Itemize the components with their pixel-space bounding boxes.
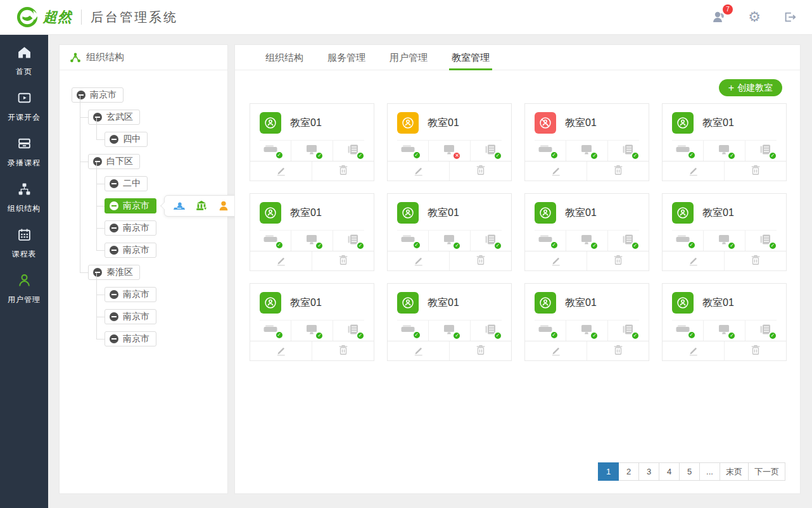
collapse-icon[interactable] (110, 179, 118, 188)
status-badge: ✓ (590, 241, 599, 250)
device-status-row: ✓ ✓ (663, 141, 786, 161)
card-footer (525, 161, 649, 181)
page-button[interactable]: 2 (618, 462, 639, 481)
user-icon (17, 273, 32, 290)
classroom-title: 教室01 (290, 117, 322, 130)
tab-service-management[interactable]: 服务管理 (315, 45, 377, 70)
sidebar-item-recorded-courses[interactable]: 录播课程 (0, 136, 48, 168)
edit-button[interactable] (525, 341, 587, 360)
status-badge: ✓ (590, 331, 599, 340)
card-footer (250, 161, 374, 181)
collapse-icon[interactable] (110, 334, 118, 343)
collapse-icon[interactable] (110, 246, 118, 255)
tree-node[interactable]: 南京市 (105, 331, 156, 346)
person-icon[interactable] (217, 200, 230, 212)
sidebar-item-classes-meetings[interactable]: 开课开会 (0, 91, 48, 123)
delete-button[interactable] (449, 162, 511, 181)
classroom-card: 教室01 ✓ (387, 103, 512, 181)
delete-button[interactable] (312, 162, 374, 181)
tab-classroom-management[interactable]: 教室管理 (440, 45, 502, 70)
page-ellipsis[interactable]: ... (699, 462, 720, 481)
notifications-user-icon[interactable]: 7 (711, 9, 727, 25)
recorder-status: ✓ (250, 141, 291, 161)
edit-button[interactable] (250, 341, 312, 360)
delete-button[interactable] (312, 251, 374, 270)
collapse-icon[interactable] (110, 135, 118, 144)
laptop-user-icon[interactable] (173, 200, 186, 212)
sidebar-item-timetable[interactable]: 课程表 (0, 227, 48, 260)
logout-icon[interactable] (782, 9, 798, 25)
card-footer (663, 161, 786, 181)
classroom-icon (397, 112, 419, 134)
delete-button[interactable] (587, 341, 649, 360)
brand-divider (81, 10, 82, 25)
classroom-title: 教室01 (565, 296, 597, 310)
display-status: ✓ (703, 141, 744, 161)
page-title: 后台管理系统 (91, 9, 178, 26)
display-status: ✓ (566, 321, 607, 341)
display-status: ✓ (428, 231, 469, 251)
collapse-icon[interactable] (110, 290, 118, 299)
edit-button[interactable] (388, 162, 449, 181)
page-button[interactable]: 4 (659, 462, 680, 481)
org-tree-icon (70, 52, 81, 63)
trash-icon (750, 164, 761, 179)
tree-node[interactable]: 南京市 (105, 220, 156, 236)
classroom-card: 教室01 ✓ (662, 193, 787, 271)
edit-button[interactable] (663, 162, 724, 181)
server-status: ✓ (607, 321, 649, 341)
pencil-icon (550, 254, 562, 269)
classroom-icon (397, 292, 419, 314)
page-button[interactable]: 3 (638, 462, 659, 481)
sidebar-item-user-management[interactable]: 用户管理 (0, 273, 48, 305)
building-icon[interactable] (195, 200, 208, 212)
status-badge: ✓ (493, 151, 502, 160)
settings-gear-icon[interactable]: ⚙ (746, 9, 763, 25)
edit-button[interactable] (250, 162, 312, 181)
collapse-icon[interactable] (110, 224, 118, 232)
display-status: ✓ (703, 231, 744, 251)
card-footer (388, 251, 511, 270)
classroom-title: 教室01 (565, 117, 597, 130)
tree-node[interactable]: 南京市 (105, 309, 156, 324)
page-button[interactable]: 5 (679, 462, 700, 481)
classroom-card: 教室01 ✓ (250, 283, 374, 361)
tab-organization[interactable]: 组织结构 (253, 45, 315, 70)
create-classroom-button[interactable]: + 创建教室 (719, 79, 782, 96)
device-status-row: ✓ ✓ (250, 321, 374, 341)
card-footer (663, 341, 786, 360)
edit-button[interactable] (525, 251, 587, 270)
edit-button[interactable] (388, 251, 449, 270)
delete-button[interactable] (449, 251, 511, 270)
delete-button[interactable] (724, 341, 786, 360)
trash-icon (612, 344, 624, 359)
page-button[interactable]: 末页 (720, 462, 749, 481)
delete-button[interactable] (312, 341, 374, 360)
edit-button[interactable] (663, 341, 724, 360)
classroom-icon (260, 202, 281, 224)
sidebar-item-organization[interactable]: 组织结构 (0, 182, 48, 214)
tree-node[interactable]: 南京市 (105, 243, 156, 258)
tree-node-selected[interactable]: 南京市 (105, 198, 156, 213)
delete-button[interactable] (724, 162, 786, 181)
edit-button[interactable] (388, 341, 449, 360)
delete-button[interactable] (587, 162, 649, 181)
edit-button[interactable] (525, 162, 587, 181)
sidebar-item-home[interactable]: 首页 (0, 45, 48, 77)
edit-button[interactable] (250, 251, 312, 270)
page-button[interactable]: 1 (598, 462, 619, 481)
tree-node[interactable]: 四中 (105, 132, 148, 147)
page-button[interactable]: 下一页 (748, 462, 785, 481)
collapse-icon[interactable] (110, 201, 118, 210)
tree-node[interactable]: 二中 (105, 176, 148, 191)
collapse-icon[interactable] (110, 312, 118, 321)
delete-button[interactable] (724, 251, 786, 270)
edit-button[interactable] (663, 251, 724, 270)
display-status: ✓ (566, 231, 607, 251)
classroom-card: 教室01 ✓ (524, 283, 649, 361)
tree-node[interactable]: 南京市 (105, 287, 156, 302)
delete-button[interactable] (587, 251, 649, 270)
device-status-row: ✓ ✓ (525, 231, 649, 251)
delete-button[interactable] (449, 341, 511, 360)
tab-user-management[interactable]: 用户管理 (377, 45, 440, 70)
